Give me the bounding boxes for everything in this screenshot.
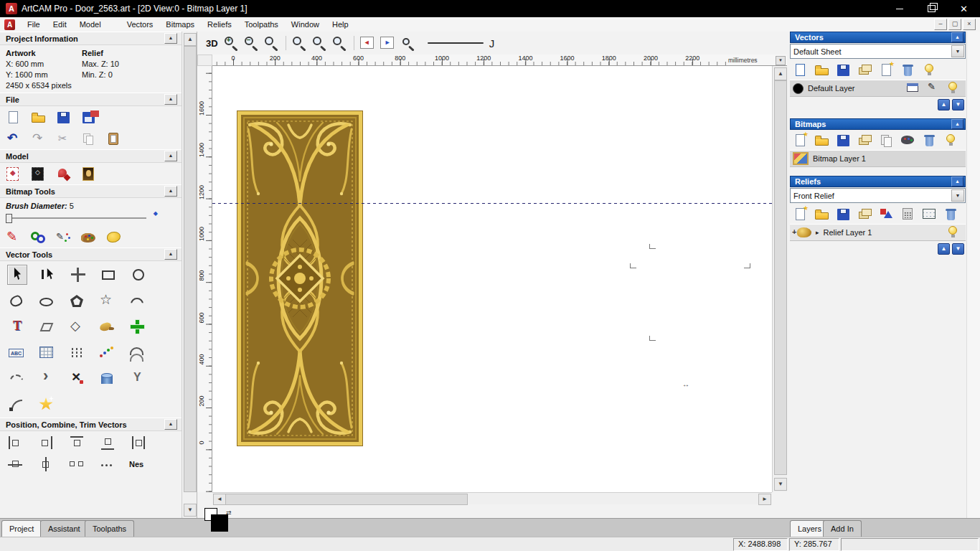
text-on-curve-icon[interactable] — [98, 318, 116, 336]
swap-colours-icon[interactable]: ⇄ — [226, 509, 232, 517]
rollup-button[interactable]: ▲ — [951, 119, 963, 129]
create-circle-icon[interactable] — [129, 265, 148, 284]
align-top-icon[interactable] — [67, 434, 86, 451]
delete-layer-icon[interactable] — [942, 206, 960, 222]
new-layer-icon[interactable] — [791, 206, 809, 222]
trim-vectors-icon[interactable] — [67, 369, 86, 388]
canvas-horizontal-scrollbar[interactable]: ◄ ► — [212, 492, 772, 504]
move-layer-up-button[interactable]: ▲ — [938, 243, 950, 255]
slider-thumb[interactable] — [6, 214, 12, 223]
tab-assistant[interactable]: Assistant — [40, 520, 88, 537]
align-v-icon[interactable] — [37, 456, 55, 473]
rollup-button[interactable]: ▲ — [164, 186, 177, 197]
zoom-out-icon[interactable]: − — [242, 34, 261, 52]
chevron-down-icon[interactable]: ▼ — [951, 45, 964, 57]
join-vectors-icon[interactable] — [37, 369, 56, 388]
menu-window[interactable]: Window — [285, 19, 326, 30]
create-ellipse-icon[interactable] — [37, 292, 56, 311]
rollup-button[interactable]: ▲ — [951, 176, 963, 187]
show-all-icon[interactable] — [942, 132, 960, 148]
brush-diameter-slider[interactable] — [6, 217, 146, 219]
menu-vectors[interactable] — [108, 23, 121, 26]
save-file-icon[interactable] — [55, 109, 73, 126]
switch-3d-view-button[interactable]: 3D — [202, 37, 222, 50]
mdi-minimize-button[interactable]: – — [934, 19, 947, 30]
open-file-icon[interactable] — [813, 206, 831, 222]
sheet-select[interactable]: Default Sheet ▼ — [790, 44, 966, 59]
open-file-icon[interactable] — [813, 62, 831, 77]
blend-curves-icon[interactable] — [128, 344, 146, 362]
zoom-in-icon[interactable]: + — [222, 34, 241, 52]
select-vectors-icon[interactable] — [7, 265, 27, 285]
delete-layer-icon[interactable] — [899, 62, 917, 77]
snap-frame-icon[interactable] — [904, 80, 923, 97]
block-paste-icon[interactable] — [67, 344, 86, 362]
create-polygon-icon[interactable] — [67, 292, 86, 311]
save-model-as-icon[interactable] — [80, 109, 98, 126]
menu-help[interactable]: Help — [326, 19, 355, 30]
scroll-thumb[interactable] — [774, 80, 787, 475]
create-text-icon[interactable] — [7, 318, 26, 336]
spread-dots-icon[interactable] — [98, 456, 117, 473]
scroll-up-button[interactable]: ▲ — [774, 67, 787, 80]
scroll-down-button[interactable]: ▼ — [774, 478, 787, 491]
open-file-icon[interactable] — [813, 132, 831, 148]
import-layers-icon[interactable] — [856, 132, 874, 148]
menu-vectors[interactable]: Vectors — [121, 19, 160, 30]
import-layers-icon[interactable] — [856, 62, 874, 77]
menu-file[interactable]: File — [21, 19, 47, 30]
align-center-icon[interactable] — [129, 434, 148, 451]
edit-pencil-icon[interactable] — [924, 80, 943, 97]
align-right-icon[interactable] — [37, 434, 55, 451]
branch-curves-icon[interactable] — [128, 369, 146, 388]
move-layer-down-button[interactable]: ▼ — [952, 243, 964, 255]
scroll-thumb[interactable] — [225, 494, 468, 505]
menu-bitmaps[interactable]: Bitmaps — [159, 19, 201, 30]
guide-line[interactable] — [212, 203, 772, 204]
save-file-icon[interactable] — [834, 206, 852, 222]
rollup-button[interactable]: ▲ — [164, 94, 177, 105]
new-layer-icon[interactable] — [791, 132, 809, 148]
colour-link-icon[interactable] — [29, 229, 48, 246]
texture-grid-icon[interactable] — [920, 206, 938, 222]
cut-icon[interactable] — [55, 131, 73, 148]
bead-curve-icon[interactable] — [98, 344, 116, 362]
rollup-button[interactable]: ▲ — [164, 151, 177, 161]
zoom-page-icon[interactable] — [263, 34, 281, 52]
copy-layer-icon[interactable] — [877, 132, 895, 148]
new-sheet-icon[interactable] — [791, 62, 809, 77]
rollup-button[interactable]: ▲ — [164, 33, 177, 44]
layer-colour-swatch[interactable] — [793, 83, 804, 94]
create-star-icon[interactable] — [98, 292, 116, 311]
close-button[interactable]: ✕ — [948, 0, 980, 17]
paint-pencil-icon[interactable] — [4, 229, 23, 246]
bitmap-layer-row[interactable]: Bitmap Layer 1 — [790, 150, 966, 167]
fillet-arc-icon[interactable] — [7, 395, 26, 414]
scroll-left-button[interactable]: ◄ — [213, 494, 226, 505]
rollup-button[interactable]: ▲ — [951, 32, 963, 42]
menu-reliefs[interactable]: Reliefs — [201, 19, 238, 30]
composite-relief-icon[interactable] — [29, 166, 48, 183]
menu-toolpaths[interactable]: Toolpaths — [238, 19, 285, 30]
relief-layer-row[interactable]: ▸ Relief Layer 1 — [790, 224, 966, 241]
canvas-vertical-scrollbar[interactable]: ▲ ▼ — [772, 66, 787, 492]
shear-vectors-icon[interactable] — [37, 318, 56, 336]
mdi-close-button[interactable]: × — [963, 19, 976, 30]
block-create-icon[interactable] — [128, 318, 146, 336]
create-freehand-icon[interactable] — [7, 292, 26, 311]
scroll-down-button[interactable]: ▼ — [184, 504, 197, 517]
tab-add-in[interactable]: Add In — [823, 520, 862, 537]
import-layers-icon[interactable] — [856, 206, 874, 222]
copy-icon[interactable] — [80, 131, 98, 148]
mdi-restore-button[interactable]: ▢ — [948, 19, 961, 30]
face-wizard-icon[interactable] — [80, 166, 98, 183]
create-arc-icon[interactable] — [128, 292, 146, 311]
save-file-icon[interactable] — [834, 62, 852, 77]
rollup-button[interactable]: ▲ — [164, 249, 177, 260]
nest-tool-label[interactable]: Nes — [129, 460, 143, 468]
spread-h-icon[interactable] — [67, 456, 86, 473]
vector-doctor-icon[interactable] — [37, 395, 56, 414]
bulb-on-icon[interactable] — [944, 80, 963, 97]
palette-icon[interactable] — [80, 229, 98, 246]
rollup-button[interactable]: ▲ — [164, 419, 177, 430]
